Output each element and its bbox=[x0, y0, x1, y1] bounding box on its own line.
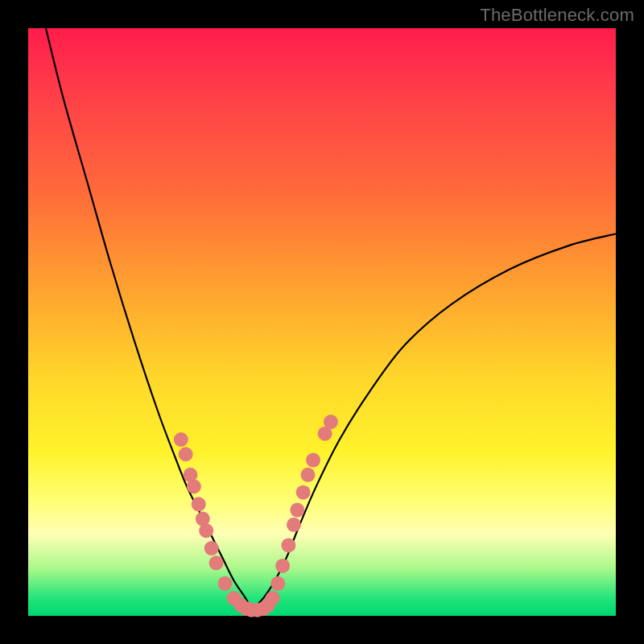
scatter-point bbox=[324, 415, 338, 429]
chart-lines bbox=[46, 28, 616, 610]
scatter-point bbox=[209, 555, 224, 570]
scatter-point bbox=[290, 503, 304, 518]
scatter-point bbox=[187, 479, 201, 493]
left-curve bbox=[46, 28, 252, 610]
scatter-point bbox=[296, 485, 311, 500]
scatter-point bbox=[306, 453, 320, 468]
scatter-markers bbox=[174, 415, 338, 617]
scatter-point bbox=[204, 541, 219, 555]
right-curve bbox=[251, 234, 616, 610]
scatter-point bbox=[287, 518, 301, 532]
watermark-text: TheBottleneck.com bbox=[480, 5, 634, 26]
scatter-point bbox=[199, 523, 213, 538]
scatter-point bbox=[281, 538, 295, 552]
scatter-point bbox=[266, 591, 280, 605]
scatter-point bbox=[300, 468, 315, 482]
plot-area bbox=[28, 28, 616, 616]
chart-frame: TheBottleneck.com bbox=[0, 0, 644, 644]
scatter-point bbox=[174, 432, 188, 447]
scatter-point bbox=[179, 447, 193, 461]
scatter-point bbox=[270, 576, 285, 591]
scatter-point bbox=[192, 497, 206, 511]
scatter-point bbox=[275, 559, 290, 573]
chart-svg bbox=[28, 28, 616, 616]
scatter-point bbox=[218, 576, 233, 591]
